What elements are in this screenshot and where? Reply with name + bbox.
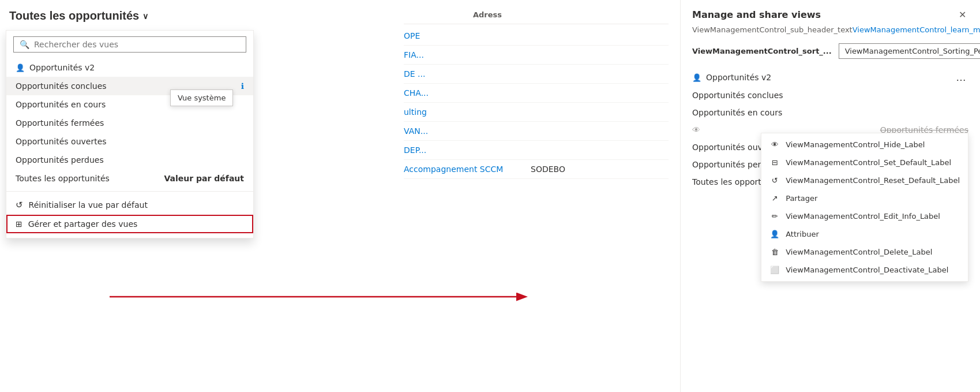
page-title-text: Toutes les opportunités xyxy=(9,9,139,23)
sort-row: ViewManagementControl_sort_... ViewManag… xyxy=(692,43,968,59)
tooltip-bubble: Vue système xyxy=(170,89,233,106)
reset-view-button[interactable]: ↺ Réinitialiser la vue par défaut xyxy=(6,195,253,215)
manage-label: Gérer et partager des vues xyxy=(28,219,138,229)
ctx-hide-label: ViewManagementControl_Hide_Label xyxy=(786,140,925,149)
divider xyxy=(6,191,253,192)
page-title-area: Toutes les opportunités ∨ xyxy=(0,9,392,29)
subtitle-link[interactable]: ViewManagementControl_learn_mo xyxy=(853,25,980,34)
share-icon: ↗ xyxy=(769,194,780,203)
search-input[interactable] xyxy=(34,40,240,49)
right-panel: Manage and share views ✕ ViewManagementC… xyxy=(680,0,980,392)
dropdown-item-label-text: Opportunités en cours xyxy=(16,100,106,109)
search-icon: 🔍 xyxy=(20,40,29,49)
ctx-reset-default-label: ViewManagementControl_Reset_Default_Labe… xyxy=(786,176,960,185)
row-name: FIA... xyxy=(404,50,508,59)
close-button[interactable]: ✕ xyxy=(956,9,968,21)
table-row[interactable]: ulting xyxy=(404,103,669,122)
subtitle-text: ViewManagementControl_sub_header_text xyxy=(692,25,853,34)
ctx-edit-label: ViewManagementControl_Edit_Info_Label xyxy=(786,212,940,221)
chevron-down-icon: ∨ xyxy=(142,12,148,21)
row-name: DEP... xyxy=(404,145,508,155)
ctx-set-default[interactable]: ⊟ ViewManagementControl_Set_Default_Labe… xyxy=(761,154,968,171)
ctx-deactivate-label: ViewManagementControl_Deactivate_Label xyxy=(786,266,948,274)
info-icon: ℹ xyxy=(241,81,244,91)
page-title-button[interactable]: Toutes les opportunités ∨ xyxy=(9,9,148,23)
reset-icon: ↺ xyxy=(16,200,23,210)
view-item-menu-button[interactable]: … xyxy=(953,72,968,83)
hide-icon: 👁 xyxy=(692,125,700,135)
ctx-reset-default[interactable]: ↺ ViewManagementControl_Reset_Default_La… xyxy=(761,171,968,189)
row-name: ulting xyxy=(404,107,508,117)
dropdown-item-label-text: Opportunités conclues xyxy=(16,81,107,91)
col-adress-header: Adress xyxy=(473,10,502,19)
ctx-share[interactable]: ↗ Partager xyxy=(761,189,968,207)
manage-views-button[interactable]: ⊞ Gérer et partager des vues xyxy=(6,215,253,233)
hide-icon: 👁 xyxy=(769,140,780,149)
dropdown-item-label-text: Opportunités ouvertes xyxy=(16,137,107,146)
table-row[interactable]: Accompagnement SCCM SODEBO xyxy=(404,160,669,179)
view-item-row[interactable]: 👤 Opportunités v2 … xyxy=(692,68,968,87)
tooltip-text: Vue système xyxy=(178,94,226,102)
view-item-row[interactable]: Opportunités conclues xyxy=(692,87,968,104)
delete-icon: 🗑 xyxy=(769,248,780,256)
dropdown-item-toutes[interactable]: Toutes les opportunités Valeur par défau… xyxy=(6,169,253,188)
row-name: VAN... xyxy=(404,126,508,136)
table-row[interactable]: FIA... xyxy=(404,46,669,65)
person-icon: 👤 xyxy=(692,73,701,82)
dropdown-item-label-text: Toutes les opportunités xyxy=(16,174,110,183)
row-name: CHA... xyxy=(404,88,508,98)
table-row[interactable]: OPE xyxy=(404,27,669,46)
ctx-share-label: Partager xyxy=(786,194,817,203)
dropdown-item-label-text: Opportunités perdues xyxy=(16,155,104,165)
sort-dropdown[interactable]: ViewManagementControl_Sorting_Personal_.… xyxy=(839,43,980,59)
sort-dropdown-value: ViewManagementControl_Sorting_Personal_.… xyxy=(845,47,980,55)
table-rows: OPE FIA... DE ... CHA... ulting VAN... D… xyxy=(404,27,669,179)
deactivate-icon: ⬜ xyxy=(769,266,780,274)
dropdown-item-ouvertes[interactable]: Opportunités ouvertes xyxy=(6,132,253,151)
dropdown-item-opportunites-v2[interactable]: 👤 Opportunités v2 xyxy=(6,58,253,77)
search-box-area: 🔍 xyxy=(6,31,253,58)
table-row[interactable]: CHA... xyxy=(404,84,669,103)
right-panel-header: Manage and share views ✕ xyxy=(692,9,968,21)
reset-icon: ↺ xyxy=(769,176,780,185)
dropdown-item-label-text: Opportunités v2 xyxy=(29,63,95,72)
edit-icon: ✏ xyxy=(769,212,780,221)
view-dropdown-panel: 🔍 👤 Opportunités v2 Opportunités conclue… xyxy=(6,30,254,238)
default-icon: ⊟ xyxy=(769,158,780,167)
ctx-delete[interactable]: 🗑 ViewManagementControl_Delete_Label xyxy=(761,243,968,261)
assign-icon: 👤 xyxy=(769,230,780,238)
ctx-set-default-label: ViewManagementControl_Set_Default_Label xyxy=(786,158,951,167)
ctx-assign[interactable]: 👤 Attribuer xyxy=(761,225,968,243)
sort-label: ViewManagementControl_sort_... xyxy=(692,47,832,55)
main-content: Adress OPE FIA... DE ... CHA... ulting V… xyxy=(392,0,680,392)
view-item-label: Opportunités v2 xyxy=(706,73,771,82)
table-row[interactable]: DEP... xyxy=(404,141,669,160)
ctx-edit[interactable]: ✏ ViewManagementControl_Edit_Info_Label xyxy=(761,207,968,225)
ctx-hide[interactable]: 👁 ViewManagementControl_Hide_Label xyxy=(761,136,968,154)
default-badge: Valeur par défaut xyxy=(164,174,244,183)
table-header: Adress xyxy=(404,6,669,24)
right-panel-subtitle: ViewManagementControl_sub_header_textVie… xyxy=(692,25,968,34)
table-row[interactable]: DE ... xyxy=(404,65,669,84)
ctx-deactivate[interactable]: ⬜ ViewManagementControl_Deactivate_Label xyxy=(761,261,968,279)
view-item-label: Opportunités en cours xyxy=(692,108,782,117)
row-name: OPE xyxy=(404,31,508,40)
ctx-delete-label: ViewManagementControl_Delete_Label xyxy=(786,248,932,256)
left-panel: Toutes les opportunités ∨ 🔍 👤 Opportunit… xyxy=(0,0,392,392)
reset-label: Réinitialiser la vue par défaut xyxy=(29,200,148,210)
row-name: Accompagnement SCCM xyxy=(404,165,508,174)
dropdown-item-perdues[interactable]: Opportunités perdues xyxy=(6,151,253,169)
row-name: DE ... xyxy=(404,69,508,79)
view-item-row[interactable]: Opportunités en cours xyxy=(692,104,968,121)
right-panel-title: Manage and share views xyxy=(692,9,821,20)
ctx-assign-label: Attribuer xyxy=(786,230,819,238)
manage-icon: ⊞ xyxy=(16,219,22,229)
dropdown-item-fermees[interactable]: Opportunités fermées xyxy=(6,114,253,132)
dropdown-item-label-text: Opportunités fermées xyxy=(16,118,104,128)
search-input-wrapper[interactable]: 🔍 xyxy=(13,36,246,53)
view-item-label: Opportunités conclues xyxy=(692,91,783,100)
person-icon: 👤 xyxy=(16,64,25,72)
row-addr: SODEBO xyxy=(531,165,565,174)
table-row[interactable]: VAN... xyxy=(404,122,669,141)
context-menu: 👁 ViewManagementControl_Hide_Label ⊟ Vie… xyxy=(761,133,968,282)
